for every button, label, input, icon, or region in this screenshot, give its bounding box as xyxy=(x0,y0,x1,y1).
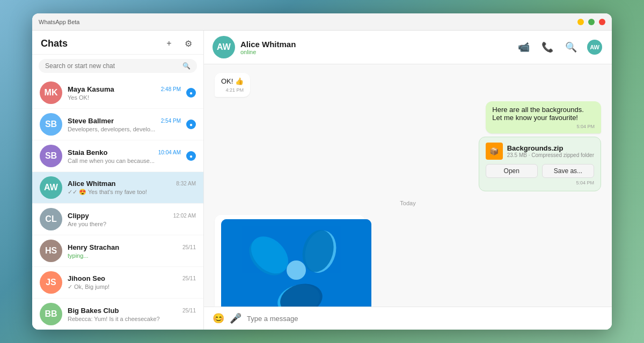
chat-name: Clippy xyxy=(68,212,89,220)
sidebar: Chats + ⚙ 🔍 MK Maya Kasuma 2:48 PM xyxy=(32,31,204,330)
file-actions: Open Save as... xyxy=(486,164,594,178)
chat-avatar: SB xyxy=(40,113,62,136)
chat-avatar: JS xyxy=(40,271,62,294)
contact-name: Alice Whitman xyxy=(240,40,296,49)
search-input-wrap: 🔍 xyxy=(39,59,197,73)
chat-list-item[interactable]: CL Clippy 12:02 AM Are you there? xyxy=(32,204,203,235)
chat-header: AW Alice Whitman online 📹 📞 🔍 AW xyxy=(204,31,612,64)
message-time: 5:04 PM xyxy=(492,124,595,129)
save-file-button[interactable]: Save as... xyxy=(542,164,594,178)
chat-name-row: Steve Ballmer 2:54 PM xyxy=(68,117,181,125)
contact-avatar-header[interactable]: AW xyxy=(586,39,603,56)
sidebar-title: Chats xyxy=(41,38,68,49)
close-button[interactable]: ✕ xyxy=(599,19,605,25)
open-file-button[interactable]: Open xyxy=(486,164,538,178)
message-row: This is beautiful! 8:11 AM xyxy=(215,215,601,307)
file-info: Backgrounds.zip 23.5 MB · Compressed zip… xyxy=(507,144,594,158)
minimize-button[interactable]: ─ xyxy=(577,19,584,25)
chat-info: Steve Ballmer 2:54 PM Developers, develo… xyxy=(68,117,181,132)
sidebar-header: Chats + ⚙ xyxy=(32,31,203,55)
chat-name-row: Jihoon Seo 25/11 xyxy=(68,274,196,282)
chat-name: Big Bakes Club xyxy=(68,307,119,315)
chat-name-row: Henry Strachan 25/11 xyxy=(68,243,196,251)
chat-time: 12:02 AM xyxy=(173,213,196,219)
messages-area: OK! 👍 4:21 PM Here are all the backgroun… xyxy=(204,64,612,307)
chat-area: AW Alice Whitman online 📹 📞 🔍 AW xyxy=(204,31,612,330)
message-text: OK! 👍 xyxy=(221,77,244,85)
chat-time: 8:32 AM xyxy=(176,181,196,187)
chat-list-item[interactable]: BB Big Bakes Club 25/11 Rebecca: Yum! Is… xyxy=(32,299,203,330)
chat-name: Alice Whitman xyxy=(68,180,116,188)
file-icon: 📦 xyxy=(486,143,503,160)
message-row: Here are all the backgrounds. Let me kno… xyxy=(215,101,601,191)
add-chat-button[interactable]: + xyxy=(163,37,175,50)
date-divider: Today xyxy=(215,200,601,206)
chat-preview: Yes OK! xyxy=(68,94,181,101)
image-message-bubble: This is beautiful! 8:11 AM xyxy=(215,215,365,307)
main-layout: Chats + ⚙ 🔍 MK Maya Kasuma 2:48 PM xyxy=(32,31,612,330)
chat-time: 2:54 PM xyxy=(161,118,181,124)
file-size: 23.5 MB · Compressed zipped folder xyxy=(507,152,594,158)
message-bubble: Here are all the backgrounds. Let me kno… xyxy=(486,101,601,133)
chat-name-row: Alice Whitman 8:32 AM xyxy=(68,180,196,188)
title-bar-controls: ─ □ ✕ xyxy=(577,19,605,25)
search-chat-button[interactable]: 🔍 xyxy=(562,39,580,56)
chat-name: Maya Kasuma xyxy=(68,85,114,93)
message-time: 5:04 PM xyxy=(486,180,594,185)
chat-info: Staia Benko 10:04 AM Call me when you ca… xyxy=(68,148,181,164)
chat-list-item[interactable]: SB Staia Benko 10:04 AM Call me when you… xyxy=(32,140,203,172)
file-bubble-header: 📦 Backgrounds.zip 23.5 MB · Compressed z… xyxy=(486,143,594,160)
chat-list-item[interactable]: SB Steve Ballmer 2:54 PM Developers, dev… xyxy=(32,109,203,140)
search-input[interactable] xyxy=(45,62,178,70)
chat-preview: Rebecca: Yum! Is it a cheesecake? xyxy=(68,316,196,322)
chat-name: Henry Strachan xyxy=(68,243,119,251)
message-bubble: OK! 👍 4:21 PM xyxy=(215,73,250,97)
chat-preview: Call me when you can because... xyxy=(68,158,181,164)
chat-list-item[interactable]: MK Maya Kasuma 2:48 PM Yes OK! ● xyxy=(32,77,203,109)
emoji-button[interactable]: 😊 xyxy=(213,312,224,324)
chat-time: 25/11 xyxy=(182,244,196,250)
app-title: WhatsApp Beta xyxy=(39,19,79,25)
sidebar-icons: + ⚙ xyxy=(163,37,195,50)
chat-info: Jihoon Seo 25/11 ✓ Ok, Big jump! xyxy=(68,274,196,290)
message-text: Here are all the backgrounds. Let me kno… xyxy=(492,106,584,122)
chat-avatar: BB xyxy=(40,303,62,325)
chat-header-info: Alice Whitman online xyxy=(240,40,296,55)
chat-info: Clippy 12:02 AM Are you there? xyxy=(68,212,196,227)
chat-time: 2:48 PM xyxy=(161,86,181,92)
message-time: 4:21 PM xyxy=(221,87,244,93)
file-bubble: 📦 Backgrounds.zip 23.5 MB · Compressed z… xyxy=(479,137,601,191)
chat-name: Jihoon Seo xyxy=(68,274,105,282)
chat-list-item[interactable]: HS Henry Strachan 25/11 typing... xyxy=(32,235,203,267)
chat-info: Big Bakes Club 25/11 Rebecca: Yum! Is it… xyxy=(68,307,196,322)
unread-badge: ● xyxy=(186,88,196,98)
chat-preview: ✓✓ 😍 Yes that's my fave too! xyxy=(68,189,196,196)
chat-avatar: MK xyxy=(40,81,62,104)
chat-info: Maya Kasuma 2:48 PM Yes OK! xyxy=(68,85,181,101)
message-input[interactable] xyxy=(247,315,603,323)
attach-button[interactable]: 🎤 xyxy=(230,312,241,324)
title-bar: WhatsApp Beta ─ □ ✕ xyxy=(32,13,612,31)
maximize-button[interactable]: □ xyxy=(588,19,595,25)
chat-name-row: Big Bakes Club 25/11 xyxy=(68,307,196,315)
voice-call-button[interactable]: 📞 xyxy=(539,39,556,56)
search-bar: 🔍 xyxy=(32,55,203,77)
unread-badge: ● xyxy=(186,120,196,129)
search-icon: 🔍 xyxy=(182,62,191,70)
chat-name-row: Clippy 12:02 AM xyxy=(68,212,196,220)
contact-avatar: AW xyxy=(213,36,235,58)
chat-time: 25/11 xyxy=(182,275,196,281)
chat-list-item[interactable]: JS Jihoon Seo 25/11 ✓ Ok, Big jump! xyxy=(32,267,203,299)
svg-point-7 xyxy=(287,260,306,280)
chat-name: Staia Benko xyxy=(68,148,107,156)
chat-list: MK Maya Kasuma 2:48 PM Yes OK! ● SB Stev… xyxy=(32,77,203,330)
settings-button[interactable]: ⚙ xyxy=(182,37,195,50)
chat-list-item[interactable]: AW Alice Whitman 8:32 AM ✓✓ 😍 Yes that's… xyxy=(32,172,203,204)
app-window: WhatsApp Beta ─ □ ✕ Chats + ⚙ 🔍 xyxy=(32,13,612,330)
chat-name: Steve Ballmer xyxy=(68,117,114,125)
file-name: Backgrounds.zip xyxy=(507,144,594,152)
video-call-button[interactable]: 📹 xyxy=(515,39,532,56)
chat-input-bar: 😊 🎤 xyxy=(204,307,612,330)
chat-time: 25/11 xyxy=(182,308,196,314)
chat-info: Henry Strachan 25/11 typing... xyxy=(68,243,196,259)
